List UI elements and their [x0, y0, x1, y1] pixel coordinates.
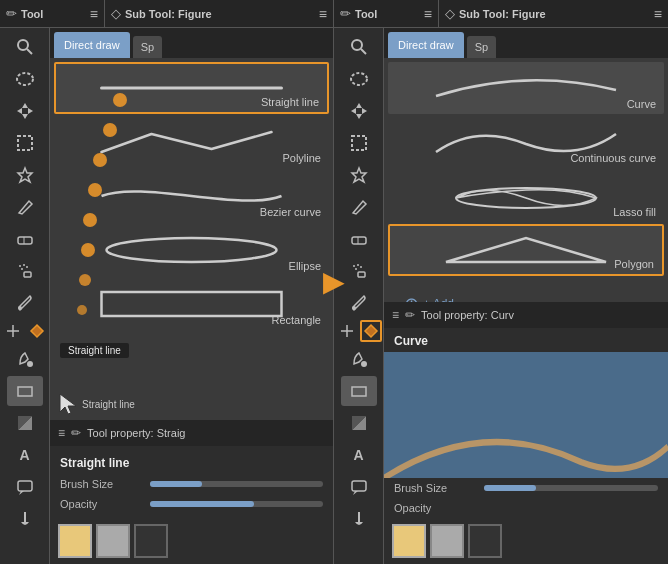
right-text-tool[interactable]: A [341, 440, 377, 470]
left-panel: ✏ Tool ≡ ◇ Sub Tool: Figure ≡ [0, 0, 334, 564]
svg-marker-34 [356, 103, 362, 108]
svg-point-45 [360, 266, 362, 268]
cursor-icon [58, 392, 78, 416]
left-cursor-area: Straight line [50, 388, 333, 420]
right-prop-icon2: ✏ [405, 308, 415, 322]
left-swatch-1[interactable] [58, 524, 92, 558]
left-pen-tool[interactable] [7, 192, 43, 222]
left-tab-sp[interactable]: Sp [133, 36, 162, 58]
left-gradient-tool[interactable] [7, 408, 43, 438]
left-subtool-menu-icon[interactable]: ≡ [319, 6, 327, 22]
right-tab-sp[interactable]: Sp [467, 36, 496, 58]
svg-marker-59 [446, 238, 606, 262]
left-select-tool[interactable] [7, 128, 43, 158]
left-move-tool[interactable] [7, 96, 43, 126]
right-panel: ✏ Tool ≡ ◇ Sub Tool: Figure ≡ [334, 0, 668, 564]
right-fill-tool[interactable] [341, 344, 377, 374]
right-eraser-tool[interactable] [341, 224, 377, 254]
left-color-swatches [50, 518, 333, 564]
left-opacity-slider[interactable] [150, 501, 323, 507]
left-opacity-label: Opacity [60, 498, 140, 510]
left-swatch-3[interactable] [134, 524, 168, 558]
right-add-button[interactable]: ⊕ + Add [388, 278, 664, 302]
left-figure-straight-line[interactable]: Straight line [54, 62, 329, 114]
right-brush-size-slider[interactable] [484, 485, 658, 491]
svg-rect-40 [352, 237, 366, 244]
svg-marker-5 [17, 108, 22, 114]
right-search-tool[interactable] [341, 32, 377, 62]
left-crosshair-tool[interactable] [2, 320, 24, 342]
right-brush-preview-area [384, 352, 668, 478]
left-search-tool[interactable] [7, 32, 43, 62]
left-prop-content: Straight line Brush Size Opacity [50, 446, 333, 518]
left-cursor-label: Straight line [82, 399, 135, 410]
left-fill-tool[interactable] [7, 344, 43, 374]
left-star-tool[interactable] [7, 160, 43, 190]
left-tool-menu-icon[interactable]: ≡ [90, 6, 98, 22]
right-add-label: + Add [423, 297, 454, 302]
left-tab-row: Direct draw Sp [50, 28, 333, 58]
right-move-tool[interactable] [341, 96, 377, 126]
svg-point-12 [23, 264, 25, 266]
right-opacity-row: Opacity [384, 498, 668, 518]
right-subtool-menu-icon[interactable]: ≡ [654, 6, 662, 22]
left-brush-size-slider[interactable] [150, 481, 323, 487]
svg-marker-50 [365, 325, 377, 337]
right-prop-title: Tool property: Curv [421, 309, 514, 321]
svg-marker-6 [28, 108, 33, 114]
svg-line-32 [361, 49, 366, 54]
left-prop-icon2: ✏ [71, 426, 81, 440]
right-speech-tool[interactable] [341, 472, 377, 502]
left-figure-rectangle[interactable]: Rectangle [54, 278, 329, 330]
left-subtool-title: Sub Tool: Figure [125, 8, 212, 20]
right-figure-lasso-fill[interactable]: Lasso fill [388, 170, 664, 222]
right-diamond-tool[interactable] [360, 320, 382, 342]
right-star-tool[interactable] [341, 160, 377, 190]
tool-pencil-icon: ✏ [6, 6, 17, 21]
right-gradient-tool[interactable] [341, 408, 377, 438]
right-tab-row: Direct draw Sp [384, 28, 668, 58]
right-select-tool[interactable] [341, 128, 377, 158]
right-tab-direct-draw[interactable]: Direct draw [388, 32, 464, 58]
left-lasso-tool[interactable] [7, 64, 43, 94]
left-text-tool[interactable]: A [7, 440, 43, 470]
right-swatch-2[interactable] [430, 524, 464, 558]
right-swatch-3[interactable] [468, 524, 502, 558]
left-brush-size-row: Brush Size [50, 474, 333, 494]
left-prop-title: Tool property: Straig [87, 427, 185, 439]
arrow-symbol: ▶ [323, 267, 343, 298]
left-diamond-tool[interactable] [26, 320, 48, 342]
svg-marker-8 [18, 168, 32, 182]
right-crosshair-tool[interactable] [336, 320, 358, 342]
left-swatch-2[interactable] [96, 524, 130, 558]
left-figure-tool[interactable] [7, 376, 43, 406]
left-figure-bezier[interactable]: Bezier curve [54, 170, 329, 222]
right-pen-tool[interactable] [341, 192, 377, 222]
left-spray-tool[interactable] [7, 256, 43, 286]
left-opacity-row: Opacity [50, 494, 333, 514]
svg-rect-55 [352, 481, 366, 491]
left-brush-tool[interactable] [7, 288, 43, 318]
svg-rect-21 [18, 387, 32, 396]
right-subtool-header: ◇ Sub Tool: Figure ≡ [439, 0, 668, 27]
left-broom-tool[interactable] [7, 504, 43, 534]
svg-point-2 [17, 73, 33, 85]
left-tab-direct-draw[interactable]: Direct draw [54, 32, 130, 58]
right-swatch-1[interactable] [392, 524, 426, 558]
left-tool-sidebar: A [0, 28, 50, 564]
right-tool-menu-icon[interactable]: ≡ [424, 6, 432, 22]
svg-point-31 [352, 40, 362, 50]
right-figure-tool[interactable] [341, 376, 377, 406]
right-broom-tool[interactable] [341, 504, 377, 534]
left-speech-tool[interactable] [7, 472, 43, 502]
left-figure-ellipse[interactable]: Ellipse [54, 224, 329, 276]
left-eraser-tool[interactable] [7, 224, 43, 254]
left-figure-polyline[interactable]: Polyline [54, 116, 329, 168]
right-opacity-label: Opacity [394, 502, 474, 514]
right-figure-curve[interactable]: Curve [388, 62, 664, 114]
svg-marker-3 [22, 103, 28, 108]
right-lasso-tool[interactable] [341, 64, 377, 94]
svg-marker-37 [362, 108, 367, 114]
right-figure-polygon[interactable]: Polygon [388, 224, 664, 276]
right-figure-continuous-curve[interactable]: Continuous curve [388, 116, 664, 168]
